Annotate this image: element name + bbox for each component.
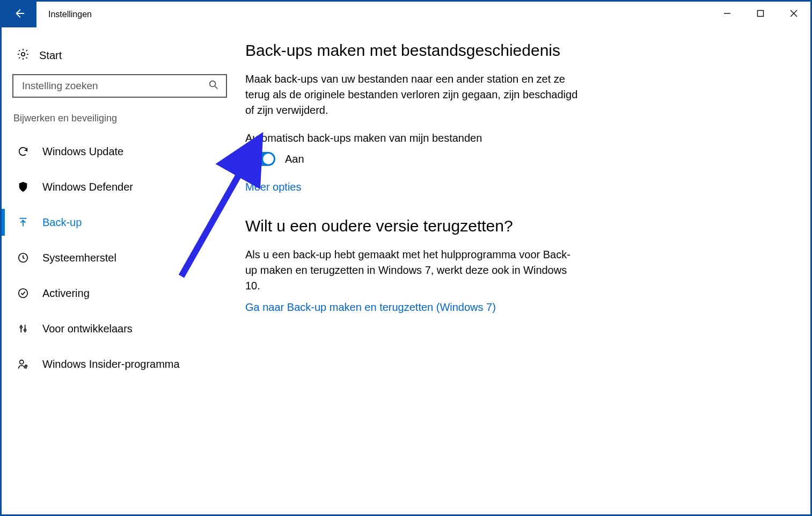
toggle-state-label: Aan (285, 153, 304, 165)
heading-restore-older: Wilt u een oudere versie terugzetten? (245, 217, 653, 235)
sidebar-category-label: Bijwerken en beveiliging (13, 113, 227, 124)
auto-backup-toggle-row: Aan (245, 152, 653, 166)
sidebar-item-activation[interactable]: Activering (12, 280, 227, 307)
close-button[interactable] (777, 2, 810, 27)
sidebar-item-label: Activering (42, 287, 90, 300)
sidebar: Start Bijwerken en beveiliging Wi (2, 27, 238, 514)
sidebar-item-label: Windows Defender (42, 181, 133, 193)
sidebar-item-label: Voor ontwikkelaars (42, 323, 133, 335)
more-options-link[interactable]: Meer opties (245, 181, 302, 193)
svg-point-1 (21, 53, 25, 56)
svg-point-6 (24, 329, 26, 331)
sidebar-item-start[interactable]: Start (12, 46, 227, 74)
svg-point-4 (19, 289, 28, 298)
svg-point-8 (25, 365, 27, 367)
search-input-container[interactable] (12, 74, 227, 98)
history-icon (17, 251, 30, 264)
user-key-icon (17, 358, 30, 370)
auto-backup-label: Automatisch back-ups maken van mijn best… (245, 132, 653, 144)
sidebar-item-label: Systeemherstel (42, 252, 116, 264)
back-button[interactable] (2, 2, 36, 27)
titlebar: Instellingen (2, 2, 810, 27)
sidebar-item-insider[interactable]: Windows Insider-programma (12, 351, 227, 377)
toggle-knob (263, 154, 274, 164)
maximize-button[interactable] (744, 2, 777, 27)
refresh-icon (17, 145, 30, 158)
shield-icon (17, 180, 30, 193)
close-icon (790, 10, 798, 19)
auto-backup-toggle[interactable] (245, 152, 275, 166)
sidebar-item-label: Windows Update (42, 146, 123, 158)
file-history-description: Maak back-ups van uw bestanden naar een … (245, 71, 578, 118)
svg-point-7 (20, 360, 24, 364)
sidebar-item-windows-update[interactable]: Windows Update (12, 138, 227, 165)
sidebar-start-label: Start (39, 49, 62, 62)
sidebar-item-windows-defender[interactable]: Windows Defender (12, 173, 227, 200)
tools-icon (17, 322, 30, 335)
upload-arrow-icon (17, 216, 30, 229)
search-icon (209, 80, 218, 92)
body: Start Bijwerken en beveiliging Wi (2, 27, 810, 514)
restore-older-description: Als u een back-up hebt gemaakt met het h… (245, 247, 578, 294)
window-controls (711, 2, 810, 27)
maximize-icon (757, 10, 764, 19)
arrow-left-icon (13, 8, 25, 21)
svg-point-2 (210, 81, 216, 87)
sidebar-item-backup[interactable]: Back-up (12, 209, 227, 236)
settings-window: Instellingen (0, 0, 812, 516)
main-content: Back-ups maken met bestandsgeschiedenis … (238, 27, 685, 514)
sidebar-item-developers[interactable]: Voor ontwikkelaars (12, 315, 227, 342)
check-circle-icon (17, 287, 30, 300)
minimize-icon (723, 10, 731, 19)
sidebar-item-recovery[interactable]: Systeemherstel (12, 244, 227, 271)
svg-point-5 (20, 326, 23, 328)
heading-file-history: Back-ups maken met bestandsgeschiedenis (245, 41, 653, 60)
svg-rect-0 (758, 11, 764, 17)
sidebar-item-label: Back-up (42, 216, 82, 229)
gear-icon (17, 48, 30, 63)
windows7-backup-link[interactable]: Ga naar Back-up maken en terugzetten (Wi… (245, 301, 496, 314)
minimize-button[interactable] (711, 2, 744, 27)
window-title: Instellingen (48, 10, 92, 19)
search-input[interactable] (21, 79, 209, 92)
sidebar-item-label: Windows Insider-programma (42, 358, 180, 370)
